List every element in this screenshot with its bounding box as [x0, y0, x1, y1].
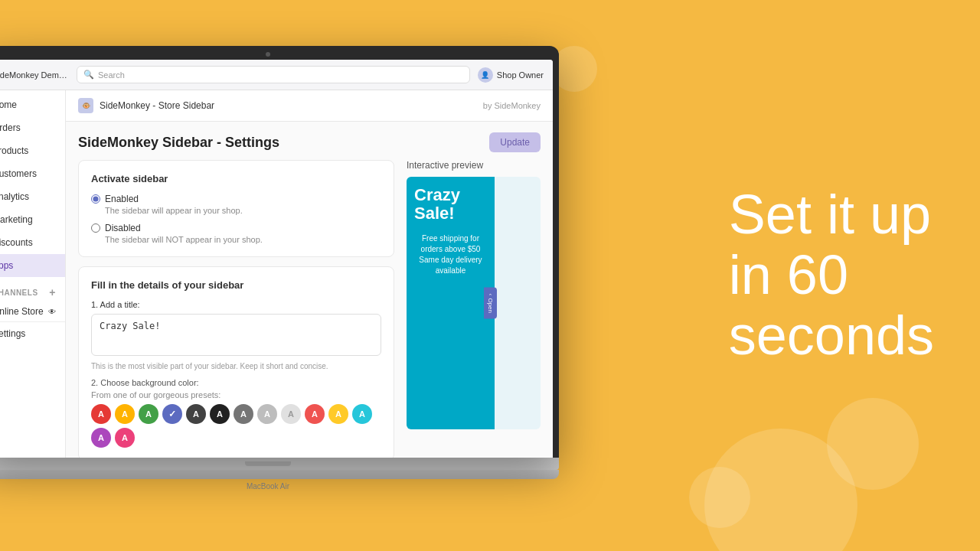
color-swatch-green[interactable]: A [139, 404, 158, 424]
preview-container: CrazySale! Free shipping for orders abov… [407, 177, 541, 429]
app-header: 🐵 SideMonkey - Store Sidebar by SideMonk… [66, 90, 553, 122]
page-title: SideMonkey Sidebar - Settings [78, 135, 279, 151]
color-swatch-indigo[interactable] [162, 404, 182, 424]
title-input[interactable]: Crazy Sale! [91, 314, 381, 356]
color-section-title: 2. Choose background color: [91, 378, 381, 387]
field1-label: 1. Add a title: [91, 300, 381, 309]
by-label: by SideMonkey [483, 101, 541, 110]
color-swatch-purple[interactable]: A [91, 428, 111, 448]
search-bar[interactable]: 🔍 Search [77, 66, 470, 83]
app-name: SideMonkey - Store Sidebar [100, 100, 214, 111]
add-channel-icon[interactable]: + [49, 286, 56, 298]
content-area: 🐵 SideMonkey - Store Sidebar by SideMonk… [66, 90, 553, 458]
disabled-option: Disabled The sidebar will NOT appear in … [91, 223, 381, 244]
sidebar-preview: CrazySale! Free shipping for orders abov… [407, 177, 495, 429]
channels-section-label: CHANNELS + [0, 277, 65, 302]
shop-owner-label: Shop Owner [497, 70, 544, 80]
preview-shipping-text: Free shipping for orders above $50 Same … [414, 233, 487, 276]
sidebar-item-products[interactable]: Products [0, 139, 65, 162]
color-swatch-yellow[interactable]: A [328, 404, 348, 424]
sidebar-item-customers[interactable]: Customers [0, 162, 65, 185]
preview-title: Interactive preview [407, 160, 541, 171]
shop-owner-button[interactable]: 👤 Shop Owner [478, 67, 544, 83]
fill-details-card: Fill in the details of your sidebar 1. A… [78, 266, 394, 458]
color-swatch-red2[interactable]: A [305, 404, 325, 424]
laptop-bottom-bar [0, 458, 559, 470]
disabled-radio[interactable] [91, 223, 100, 233]
sidebar-item-analytics[interactable]: Analytics [0, 185, 65, 208]
enabled-radio[interactable] [91, 194, 100, 204]
activate-sidebar-card: Activate sidebar Enabled The sidebar wil… [78, 160, 394, 257]
fill-section-title: Fill in the details of your sidebar [91, 279, 381, 291]
laptop: SideMonkey Demo St... 🔍 Search 👤 Shop Ow… [0, 46, 559, 491]
disabled-label: Disabled [105, 223, 141, 233]
preview-tab[interactable]: ‹ Open [484, 287, 497, 318]
color-swatch-pink[interactable]: A [115, 428, 135, 448]
camera-dot [266, 52, 270, 57]
enabled-desc: The sidebar will appear in your shop. [105, 206, 381, 215]
field1-hint: This is the most visible part of your si… [91, 362, 381, 370]
activate-section-title: Activate sidebar [91, 173, 381, 184]
enabled-label: Enabled [105, 194, 139, 204]
tagline-line1: Set it up [729, 184, 931, 245]
search-input-label: Search [98, 70, 125, 80]
color-swatch-cyan[interactable]: A [352, 404, 372, 424]
sidebar-item-online-store[interactable]: Online Store 👁 [0, 302, 65, 321]
preview-panel: Interactive preview CrazySale! Free ship… [407, 160, 541, 458]
settings-content: Activate sidebar Enabled The sidebar wil… [66, 160, 553, 458]
search-icon: 🔍 [83, 70, 94, 80]
settings-link[interactable]: Settings [0, 321, 65, 345]
macbook-label: MacBook Air [0, 482, 559, 491]
store-name: SideMonkey Demo St... [0, 70, 69, 80]
enabled-option: Enabled The sidebar will appear in your … [91, 194, 381, 215]
app-title-row: 🐵 SideMonkey - Store Sidebar [78, 98, 214, 113]
color-swatch-gray[interactable]: A [234, 404, 253, 424]
radio-group: Enabled The sidebar will appear in your … [91, 194, 381, 244]
color-grid: A A A A A A A A A A [91, 404, 381, 448]
sidebar-item-home[interactable]: Home [0, 93, 65, 116]
sidebar-item-marketing[interactable]: Marketing [0, 208, 65, 231]
sidebar-item-orders[interactable]: Orders [0, 116, 65, 139]
presets-label: From one of our gorgeous presets: [91, 390, 381, 399]
disabled-desc: The sidebar will NOT appear in your shop… [105, 235, 381, 244]
color-swatch-lightgray[interactable]: A [257, 404, 277, 424]
color-swatch-black[interactable]: A [210, 404, 230, 424]
title-update-row: SideMonkey Sidebar - Settings Update [66, 122, 553, 160]
app-icon: 🐵 [78, 98, 93, 113]
left-panel: Activate sidebar Enabled The sidebar wil… [78, 160, 394, 458]
color-swatch-white[interactable]: A [281, 404, 301, 424]
eye-icon: 👁 [48, 308, 56, 316]
avatar: 👤 [478, 67, 493, 83]
laptop-base [0, 470, 559, 479]
sidebar-item-apps[interactable]: Apps [0, 254, 65, 277]
color-swatch-amber[interactable]: A [115, 404, 135, 424]
tagline-line2: in 60 [729, 244, 848, 305]
tagline-line3: seconds [729, 305, 934, 367]
main-layout: Home Orders Products Customers Analytics [0, 90, 553, 458]
sidebar: Home Orders Products Customers Analytics [0, 90, 66, 458]
update-button[interactable]: Update [489, 132, 541, 152]
laptop-notch [245, 461, 291, 466]
top-bar: SideMonkey Demo St... 🔍 Search 👤 Shop Ow… [0, 60, 553, 90]
right-panel: Set it up in 60 seconds [729, 184, 934, 367]
color-swatch-darkgray[interactable]: A [186, 404, 206, 424]
sidebar-item-discounts[interactable]: Discounts [0, 231, 65, 254]
laptop-screen: SideMonkey Demo St... 🔍 Search 👤 Shop Ow… [0, 60, 553, 458]
color-swatch-red[interactable]: A [91, 404, 111, 424]
preview-sale-title: CrazySale! [414, 186, 487, 223]
